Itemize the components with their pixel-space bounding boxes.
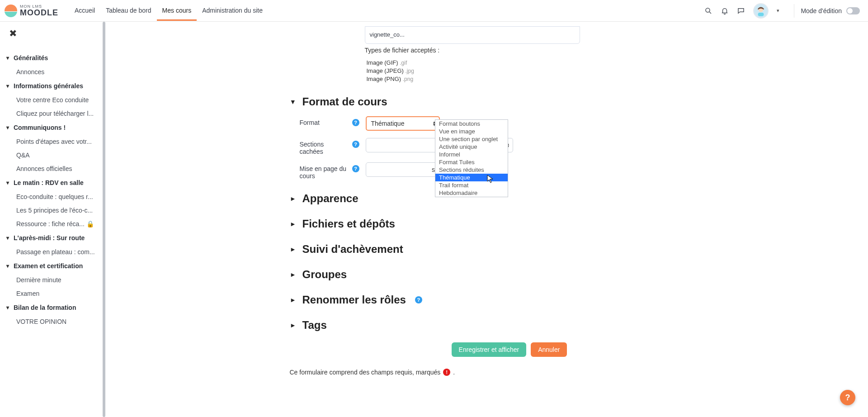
nav-accueil[interactable]: Accueil bbox=[69, 0, 100, 21]
file-type: Image (JPEG) .jpg bbox=[367, 66, 654, 75]
file-type-ext: .png bbox=[403, 76, 413, 82]
nav-administration[interactable]: Administration du site bbox=[197, 0, 268, 21]
required-note-text: Ce formulaire comprend des champs requis… bbox=[290, 369, 441, 376]
chevron-down-icon: ▾ bbox=[6, 83, 9, 89]
required-mark-icon: ! bbox=[443, 369, 450, 376]
nav-mes-cours[interactable]: Mes cours bbox=[157, 0, 197, 21]
chevron-right-icon: ▸ bbox=[290, 270, 296, 279]
cancel-button[interactable]: Annuler bbox=[531, 342, 567, 357]
sidebar-item[interactable]: VOTRE OPINION bbox=[6, 315, 99, 328]
nav-tableau-de-bord[interactable]: Tableau de bord bbox=[100, 0, 156, 21]
primary-nav: Accueil Tableau de bord Mes cours Admini… bbox=[69, 0, 268, 21]
sidebar-item[interactable]: Passage en plateau : com... bbox=[6, 245, 99, 259]
close-drawer-icon[interactable]: ✖ bbox=[9, 28, 105, 39]
dropdown-option[interactable]: Format boutons bbox=[435, 120, 508, 128]
file-type-name: Image (JPEG) bbox=[367, 67, 404, 74]
format-dropdown-list[interactable]: Format boutons Vue en image Une section … bbox=[435, 119, 508, 197]
section-bilan[interactable]: ▾ Bilan de la formation bbox=[6, 300, 105, 315]
dropdown-option[interactable]: Format Tuiles bbox=[435, 158, 508, 166]
fieldset-title: Suivi d'achèvement bbox=[302, 243, 403, 256]
file-type-ext: .gif bbox=[400, 60, 407, 66]
section-communiquons[interactable]: ▾ Communiquons ! bbox=[6, 120, 105, 135]
sidebar-item[interactable]: Eco-conduite : quelques r... bbox=[6, 190, 99, 204]
dropdown-option[interactable]: Informel bbox=[435, 151, 508, 158]
required-note-period: . bbox=[453, 369, 455, 376]
layout-label: Mise en page du cours bbox=[300, 165, 347, 180]
dropdown-option-selected[interactable]: Thématique bbox=[435, 174, 508, 181]
dropdown-option[interactable]: Sections réduites bbox=[435, 166, 508, 174]
help-icon[interactable]: ? bbox=[415, 296, 422, 303]
section-informations-generales[interactable]: ▾ Informations générales bbox=[6, 79, 105, 93]
section-examen[interactable]: ▾ Examen et certification bbox=[6, 259, 105, 273]
dropdown-option[interactable]: Hebdomadaire bbox=[435, 189, 508, 197]
section-apres-midi[interactable]: ▾ L'après-midi : Sur route bbox=[6, 231, 105, 245]
help-icon[interactable]: ? bbox=[352, 165, 359, 172]
sidebar-item[interactable]: Examen bbox=[6, 287, 99, 300]
user-menu-caret[interactable]: ▾ bbox=[777, 8, 779, 14]
svg-line-1 bbox=[710, 12, 712, 14]
fieldset-renommer-roles[interactable]: ▸ Renommer les rôles ? bbox=[290, 294, 654, 306]
dropdown-option[interactable]: Activité unique bbox=[435, 143, 508, 151]
fieldset-fichiers-depots[interactable]: ▸ Fichiers et dépôts bbox=[290, 218, 654, 230]
course-nav-tree: ▾ Généralités Annonces ▾ Informations gé… bbox=[6, 42, 105, 328]
sidebar-item-label: Ressource : fiche réca... 🔒 bbox=[16, 220, 94, 227]
fieldset-tags[interactable]: ▸ Tags bbox=[290, 319, 654, 332]
dropdown-option[interactable]: Une section par onglet bbox=[435, 135, 508, 143]
chevron-right-icon: ▸ bbox=[290, 220, 296, 228]
logo[interactable]: MON LMS MOODLE bbox=[5, 5, 58, 17]
sidebar-item[interactable]: Cliquez pour télécharger l... bbox=[6, 107, 99, 120]
dropdown-option[interactable]: Trail format bbox=[435, 181, 508, 189]
file-type: Image (GIF) .gif bbox=[367, 58, 654, 66]
sidebar-item-locked[interactable]: Ressource : fiche réca... 🔒 bbox=[6, 217, 99, 231]
file-type-ext: .jpg bbox=[405, 68, 414, 74]
section-title: L'après-midi : Sur route bbox=[14, 234, 85, 242]
sidebar-item[interactable]: Annonces bbox=[6, 65, 99, 79]
bell-icon[interactable] bbox=[721, 7, 729, 15]
help-fab-button[interactable]: ? bbox=[840, 390, 855, 405]
save-and-display-button[interactable]: Enregistrer et afficher bbox=[452, 342, 527, 357]
logo-big: MOODLE bbox=[20, 9, 58, 17]
fieldset-title: Tags bbox=[302, 319, 327, 332]
sidebar-item[interactable]: Points d'étapes avec votr... bbox=[6, 135, 99, 148]
sidebar-item[interactable]: Q&A bbox=[6, 148, 99, 162]
chat-icon[interactable] bbox=[737, 7, 745, 15]
file-type: Image (PNG) .png bbox=[367, 75, 654, 83]
edit-mode-label: Mode d'édition bbox=[801, 7, 842, 14]
section-title: Informations générales bbox=[14, 82, 83, 90]
edit-mode: Mode d'édition bbox=[794, 4, 860, 18]
accepted-types-label: Types de fichier acceptés : bbox=[365, 47, 654, 54]
section-generalites[interactable]: ▾ Généralités bbox=[6, 51, 105, 65]
section-title: Examen et certification bbox=[14, 262, 83, 270]
fieldset-title: Format de cours bbox=[302, 95, 387, 108]
sidebar-item[interactable]: Dernière minute bbox=[6, 273, 99, 287]
avatar[interactable] bbox=[753, 3, 769, 19]
sidebar-item[interactable]: Votre centre Eco conduite bbox=[6, 93, 99, 107]
edit-mode-toggle[interactable] bbox=[846, 7, 860, 14]
section-title: Communiquons ! bbox=[14, 124, 66, 131]
section-matin[interactable]: ▾ Le matin : RDV en salle bbox=[6, 175, 105, 190]
sidebar-item[interactable]: Annonces officielles bbox=[6, 162, 99, 175]
dropdown-option[interactable]: Vue en image bbox=[435, 128, 508, 135]
fieldset-suivi-achevement[interactable]: ▸ Suivi d'achèvement bbox=[290, 243, 654, 256]
search-icon[interactable] bbox=[704, 7, 712, 15]
sidebar: ✖ ▾ Généralités Annonces ▾ Informations … bbox=[0, 22, 105, 417]
sidebar-item[interactable]: Les 5 principes de l'éco-c... bbox=[6, 204, 99, 217]
chevron-down-icon: ▾ bbox=[290, 98, 296, 106]
format-select[interactable]: Thématique ▴▾ bbox=[366, 116, 440, 131]
section-title: Généralités bbox=[14, 54, 48, 62]
chevron-right-icon: ▸ bbox=[290, 194, 296, 203]
fieldset-format-de-cours[interactable]: ▾ Format de cours bbox=[290, 95, 654, 108]
section-title: Le matin : RDV en salle bbox=[14, 179, 84, 186]
select-value: Thématique bbox=[371, 120, 405, 127]
help-icon[interactable]: ? bbox=[352, 119, 359, 126]
file-type-name: Image (PNG) bbox=[367, 76, 401, 82]
chevron-down-icon: ▾ bbox=[6, 235, 9, 241]
fieldset-groupes[interactable]: ▸ Groupes bbox=[290, 268, 654, 281]
file-picker-item[interactable]: vignette_co... bbox=[365, 26, 580, 44]
help-icon[interactable]: ? bbox=[352, 141, 359, 148]
fieldset-title: Renommer les rôles bbox=[302, 294, 406, 306]
section-title: Bilan de la formation bbox=[14, 304, 76, 311]
topbar-right: ▾ Mode d'édition bbox=[704, 3, 860, 19]
svg-rect-4 bbox=[758, 12, 764, 16]
topbar: MON LMS MOODLE Accueil Tableau de bord M… bbox=[0, 0, 868, 22]
